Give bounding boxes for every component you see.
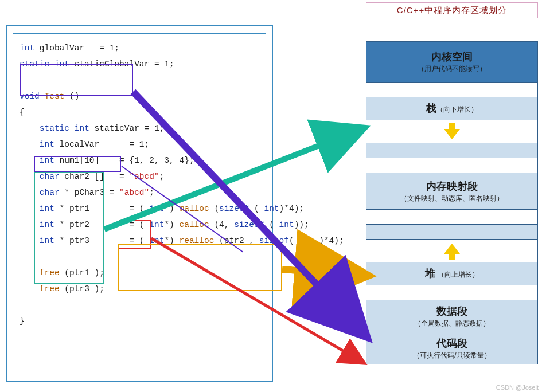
mem-code-title: 代码段 (436, 336, 467, 351)
mem-data-sub: （全局数据、静态数据） (414, 319, 490, 328)
code-line: int num1[10] = {1, 2, 3, 4}; (20, 156, 194, 165)
mem-stack-note: （向下增长） (436, 105, 478, 113)
mem-code-segment: 代码段 （可执行代码/只读常量） (366, 332, 537, 364)
mem-heap-pad (366, 224, 537, 239)
code-line: char char2 [] = "abcd"; (20, 172, 164, 181)
code-line: char * pChar3 = "abcd"; (20, 188, 154, 197)
arrow-up-icon (444, 244, 460, 254)
mem-heap-header: 堆 （向上增长） (366, 262, 537, 285)
mem-stack-title: 栈 (426, 103, 436, 114)
mem-gap (366, 82, 537, 97)
mem-mmap-sub: （文件映射、动态库、匿名映射） (400, 194, 504, 203)
mem-kernel-title: 内核空间 (431, 50, 473, 64)
mem-mmap: 内存映射段 （文件映射、动态库、匿名映射） (366, 173, 537, 209)
diagram-title: C/C++中程序内存区域划分 (366, 2, 538, 18)
mem-kernel-sub: （用户代码不能读写） (418, 64, 486, 74)
arrow-down-icon (444, 129, 460, 139)
code-line: free (ptr3 ); (20, 284, 104, 293)
mem-heap-arrow-row (366, 239, 537, 262)
code-block: int globalVar = 1; static int staticGlob… (20, 40, 260, 329)
code-line: static int staticGlobalVar = 1; (20, 60, 174, 69)
code-line: int localVar = 1; (20, 140, 149, 149)
mem-gap (366, 285, 537, 300)
code-line: free (ptr1 ); (20, 268, 104, 277)
code-line: static int staticVar = 1; (20, 124, 164, 133)
code-line: int globalVar = 1; (20, 44, 119, 53)
code-line (20, 76, 25, 85)
code-line: } (20, 316, 25, 326)
arrow-heap (282, 269, 360, 275)
mem-data-segment: 数据段 （全局数据、静态数据） (366, 300, 537, 332)
mem-data-title: 数据段 (436, 304, 467, 319)
memory-layout: 内核空间 （用户代码不能读写） 栈（向下增长） 内存映射段 （文件映射、动态库、… (366, 41, 538, 364)
code-line (20, 252, 25, 261)
mem-kernel: 内核空间 （用户代码不能读写） (366, 42, 537, 82)
code-line: { (20, 108, 25, 117)
watermark: CSDN @Joseit (496, 384, 539, 391)
mem-gap (366, 209, 537, 224)
code-line (20, 300, 25, 309)
code-line: int * ptr3 = ( int*) realloc (ptr2 , siz… (20, 236, 344, 245)
code-line: int * ptr1 = ( int*) malloc (sizeof ( in… (20, 204, 304, 213)
mem-code-sub: （可执行代码/只读常量） (413, 351, 490, 360)
mem-gap (366, 158, 537, 173)
mem-mmap-title: 内存映射段 (426, 179, 478, 194)
code-line: int * ptr2 = ( int*) calloc (4, sizeof (… (20, 220, 309, 229)
mem-stack-pad (366, 143, 537, 158)
mem-heap-note: （向上增长） (438, 271, 479, 279)
mem-stack-arrow-row (366, 120, 537, 143)
code-line: void Test () (20, 92, 79, 101)
mem-stack-header: 栈（向下增长） (366, 97, 537, 120)
mem-heap-title: 堆 (425, 268, 435, 279)
